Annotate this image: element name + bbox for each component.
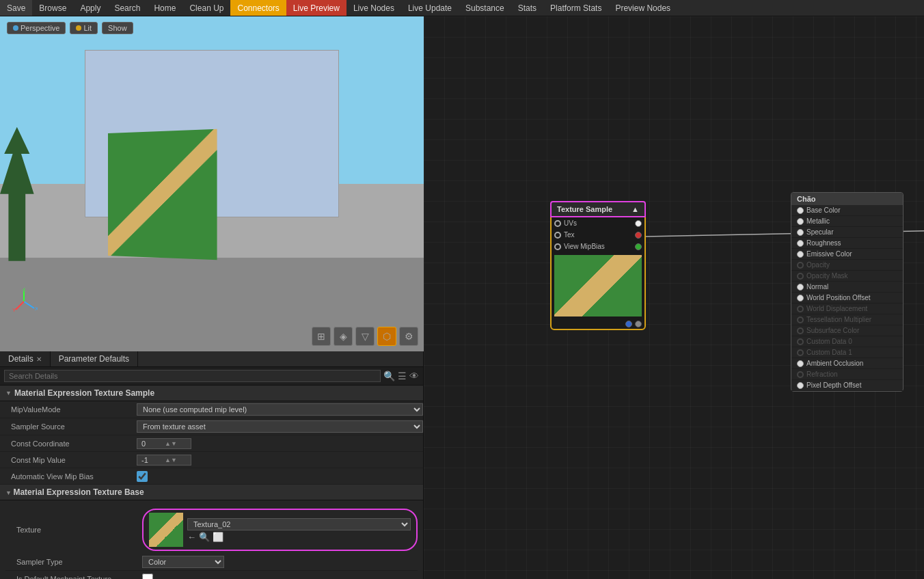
node-viewmipbias-output-dot[interactable] [635,243,642,250]
chao-row-refraction: Refraction [791,369,903,380]
chao-dot-emissive[interactable] [797,251,804,258]
chao-dot-specular[interactable] [797,229,804,236]
sampler-source-select[interactable]: From texture asset Shared: Wrap Shared: … [137,420,423,433]
number-arrow-icon: ▲▼ [165,440,187,447]
chao-dot-opacity[interactable] [797,262,804,269]
auto-view-bias-checkbox[interactable] [137,471,148,482]
vp-btn-5[interactable]: ⚙ [399,327,418,346]
menu-preview-nodes[interactable]: Preview Nodes [608,0,677,16]
chao-row-roughness: Roughness [791,238,903,249]
const-mip-input[interactable]: -1 ▲▼ [137,455,191,466]
eye-icon[interactable]: 👁 [409,371,419,381]
chao-dot-subsurface[interactable] [797,327,804,334]
vp-btn-1[interactable]: ⊞ [312,327,331,346]
chao-dot-roughness[interactable] [797,240,804,247]
chao-row-custom0: Custom Data 0 [791,336,903,347]
vp-btn-2[interactable]: ◈ [334,327,353,346]
texture-name-select[interactable]: Textura_02 [187,518,411,530]
chao-dot-ao[interactable] [797,360,804,367]
menu-stats[interactable]: Stats [511,0,543,16]
node-viewmipbias-input-dot[interactable] [554,243,561,250]
const-coordinate-label: Const Coordinate [0,440,137,448]
chao-node-header: Chão [791,193,903,205]
chao-dot-custom1[interactable] [797,349,804,356]
menu-live-update[interactable]: Live Update [401,0,459,16]
texture-search-button[interactable]: 🔍 [199,532,210,542]
search-icon[interactable]: 🔍 [383,371,395,381]
chao-dot-wd[interactable] [797,306,804,312]
chao-dot-tessellation[interactable] [797,317,804,323]
section-texture-sample[interactable]: Material Expression Texture Sample [0,386,423,401]
chao-row-emissive: Emissive Color [791,249,903,260]
vp-btn-4[interactable]: ⬡ [377,327,396,346]
tab-parameter-defaults[interactable]: Parameter Defaults [51,351,138,366]
vp-btn-3[interactable]: ▽ [355,327,375,346]
chao-label-emissive: Emissive Color [806,250,852,258]
menu-live-preview[interactable]: Live Preview [286,0,346,16]
viewport-green-box [108,129,217,260]
texture-select-wrap: Textura_02 ← 🔍 ⬜ [187,518,411,542]
const-coordinate-input[interactable]: 0 ▲▼ [137,438,191,449]
is-default-meshpaint-checkbox[interactable] [142,574,153,580]
menu-cleanup[interactable]: Clean Up [182,0,230,16]
prop-mip-value-mode: MipValueMode None (use computed mip leve… [0,401,423,418]
prop-is-default-meshpaint: Is Default Meshpaint Texture [5,571,418,579]
chao-label-roughness: Roughness [806,239,841,247]
menu-connectors[interactable]: Connectors [230,0,286,16]
node-graph: Texture Sample ▲ UVs Tex View MipBias [424,16,924,579]
menu-substance[interactable]: Substance [459,0,511,16]
chao-row-subsurface: Subsurface Color [791,325,903,336]
menu-live-nodes[interactable]: Live Nodes [346,0,401,16]
menu-home[interactable]: Home [147,0,182,16]
menu-platform-stats[interactable]: Platform Stats [543,0,608,16]
prop-sampler-source: Sampler Source From texture asset Shared… [0,418,423,435]
mip-value-mode-select[interactable]: None (use computed mip level) MIPLEVEL M… [137,403,423,416]
chao-dot-wpo[interactable] [797,295,804,301]
perspective-button[interactable]: Perspective [7,22,66,34]
close-details-tab[interactable]: ✕ [36,355,42,363]
menu-browse[interactable]: Browse [32,0,73,16]
details-search-input[interactable] [4,370,381,382]
show-button[interactable]: Show [102,22,133,34]
sampler-type-value[interactable]: Color Grayscale Normal Linear Color [142,556,418,568]
texture-back-button[interactable]: ← [187,532,196,542]
chao-dot-refraction[interactable] [797,371,804,378]
menu-search[interactable]: Search [107,0,147,16]
mip-value-mode-label: MipValueMode [0,405,137,414]
texture-picker: Textura_02 ← 🔍 ⬜ [142,509,418,551]
chao-dot-base-color[interactable] [797,207,804,214]
chao-dot-opacity-mask[interactable] [797,273,804,280]
sampler-type-select[interactable]: Color Grayscale Normal Linear Color [142,556,224,568]
node-tex-output-dot[interactable] [635,232,642,239]
is-default-meshpaint-label: Is Default Meshpaint Texture [5,575,142,580]
menu-apply[interactable]: Apply [73,0,107,16]
view-options-icon[interactable]: ☰ [398,371,407,381]
menu-save[interactable]: Save [0,0,32,16]
lit-icon [76,25,81,31]
mip-value-mode-value[interactable]: None (use computed mip level) MIPLEVEL M… [137,403,423,416]
chao-dot-custom0[interactable] [797,338,804,345]
chao-row-tessellation: Tessellation Multiplier [791,314,903,325]
lit-button[interactable]: Lit [70,22,98,34]
chao-dot-metallic[interactable] [797,218,804,225]
node-tex-input-dot[interactable] [554,232,561,239]
details-tabs: Details ✕ Parameter Defaults [0,351,423,367]
node-blue-dot[interactable] [625,321,632,327]
node-uvs-input-dot[interactable] [554,220,561,227]
tab-details[interactable]: Details ✕ [0,351,51,366]
node-gray-dot[interactable] [635,321,642,327]
prop-const-mip: Const Mip Value -1 ▲▼ [0,452,423,468]
chao-row-normal: Normal [791,282,903,293]
texture-browse-button[interactable]: ⬜ [213,532,223,542]
node-uvs-output-dot[interactable] [635,220,642,227]
chao-label-tessellation: Tessellation Multiplier [806,316,871,323]
chao-row-ao: Ambient Occlusion [791,358,903,369]
section-texture-base[interactable]: ▼ Material Expression Texture Base [0,485,423,500]
chao-label-metallic: Metallic [806,217,830,225]
sampler-source-value[interactable]: From texture asset Shared: Wrap Shared: … [137,420,423,433]
chao-label-normal: Normal [806,283,828,291]
chao-row-specular: Specular [791,227,903,238]
chao-dot-pixel-depth[interactable] [797,382,804,389]
node-expand-icon[interactable]: ▲ [631,205,639,213]
chao-dot-normal[interactable] [797,284,804,291]
